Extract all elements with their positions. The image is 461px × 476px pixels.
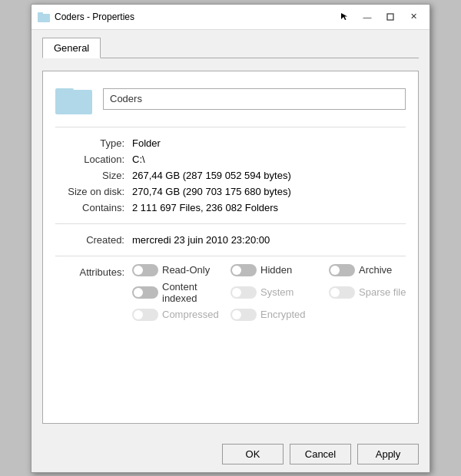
dialog-content: General Type: Folder Location: C:\ [32, 30, 429, 435]
attributes-section: Attributes: Read-Only [55, 264, 406, 326]
toggle-sparse-file [329, 286, 355, 299]
toggle-archive[interactable] [329, 264, 355, 276]
cursor-button[interactable] [334, 9, 354, 25]
created-row: Created: mercredi 23 juin 2010 23:20:00 [55, 232, 406, 248]
size-on-disk-value: 270,74 GB (290 703 175 680 bytes) [132, 183, 406, 200]
general-panel: Type: Folder Location: C:\ Size: 267,44 … [42, 71, 419, 424]
toggle-content-indexed[interactable] [132, 286, 158, 299]
size-label: Size: [55, 167, 132, 183]
table-row: Size on disk: 270,74 GB (290 703 175 680… [55, 183, 406, 200]
table-row: Contains: 2 111 697 Files, 236 082 Folde… [55, 200, 406, 216]
properties-window: Coders - Properties — ✕ General [31, 4, 430, 473]
attr-readonly-label: Read-Only [162, 264, 210, 276]
toggle-system [230, 286, 257, 299]
attr-row-0: Read-Only Hidden Archive [132, 264, 421, 276]
location-value: C:\ [132, 151, 406, 167]
attr-archive: Archive [329, 264, 421, 276]
contains-label: Contains: [55, 200, 132, 216]
toggle-encrypted [230, 309, 257, 321]
table-row: Size: 267,44 GB (287 159 052 594 bytes) [55, 167, 406, 183]
tab-bar: General [42, 38, 419, 58]
attr-hidden: Hidden [230, 264, 323, 276]
attr-hidden-label: Hidden [260, 264, 292, 276]
ok-button[interactable]: OK [222, 444, 284, 464]
cancel-button[interactable]: Cancel [290, 444, 351, 464]
apply-button[interactable]: Apply [357, 444, 419, 464]
attr-row-2: Compressed Encrypted [132, 309, 421, 321]
attr-compressed: Compressed [132, 309, 224, 321]
created-value: mercredi 23 juin 2010 23:20:00 [132, 234, 270, 246]
tab-general[interactable]: General [42, 38, 101, 58]
toggle-hidden[interactable] [230, 264, 257, 276]
type-label: Type: [55, 135, 132, 151]
button-bar: OK Cancel Apply [32, 435, 429, 472]
contains-value: 2 111 697 Files, 236 082 Folders [132, 200, 406, 216]
attr-encrypted: Encrypted [230, 309, 323, 321]
attr-sparse-file: Sparse file [329, 286, 421, 299]
folder-name-input[interactable] [103, 88, 406, 110]
divider-2 [55, 223, 406, 224]
attributes-grid: Read-Only Hidden Archive [132, 264, 421, 326]
attr-archive-label: Archive [359, 264, 392, 276]
title-bar-icon [38, 11, 50, 23]
table-row: Location: C:\ [55, 151, 406, 167]
toggle-compressed [132, 309, 158, 321]
attr-encrypted-label: Encrypted [260, 309, 306, 320]
title-bar: Coders - Properties — ✕ [32, 5, 429, 30]
attr-compressed-label: Compressed [162, 309, 219, 320]
attr-content-indexed: Content indexed [132, 281, 224, 304]
maximize-button[interactable] [380, 9, 400, 25]
attr-system-label: System [260, 286, 294, 298]
created-label: Created: [55, 234, 132, 246]
svg-rect-1 [38, 12, 43, 15]
folder-header [55, 84, 406, 114]
attr-sparse-file-label: Sparse file [359, 286, 406, 298]
table-row: Type: Folder [55, 135, 406, 151]
close-button[interactable]: ✕ [403, 9, 423, 25]
attr-system: System [230, 286, 323, 299]
divider-1 [55, 127, 406, 127]
svg-rect-2 [387, 14, 393, 20]
size-on-disk-label: Size on disk: [55, 183, 132, 200]
type-value: Folder [132, 135, 406, 151]
divider-3 [55, 256, 406, 256]
window-title: Coders - Properties [55, 12, 334, 22]
info-table: Type: Folder Location: C:\ Size: 267,44 … [55, 135, 406, 216]
attr-row-1: Content indexed System Spa [132, 281, 421, 304]
attr-content-indexed-label: Content indexed [162, 281, 224, 304]
location-label: Location: [55, 151, 132, 167]
attr-readonly: Read-Only [132, 264, 224, 276]
attributes-label: Attributes: [55, 264, 132, 278]
window-controls: — ✕ [334, 9, 423, 25]
size-value: 267,44 GB (287 159 052 594 bytes) [132, 167, 406, 183]
toggle-readonly[interactable] [132, 264, 158, 276]
minimize-button[interactable]: — [357, 9, 377, 25]
folder-icon [55, 84, 92, 114]
